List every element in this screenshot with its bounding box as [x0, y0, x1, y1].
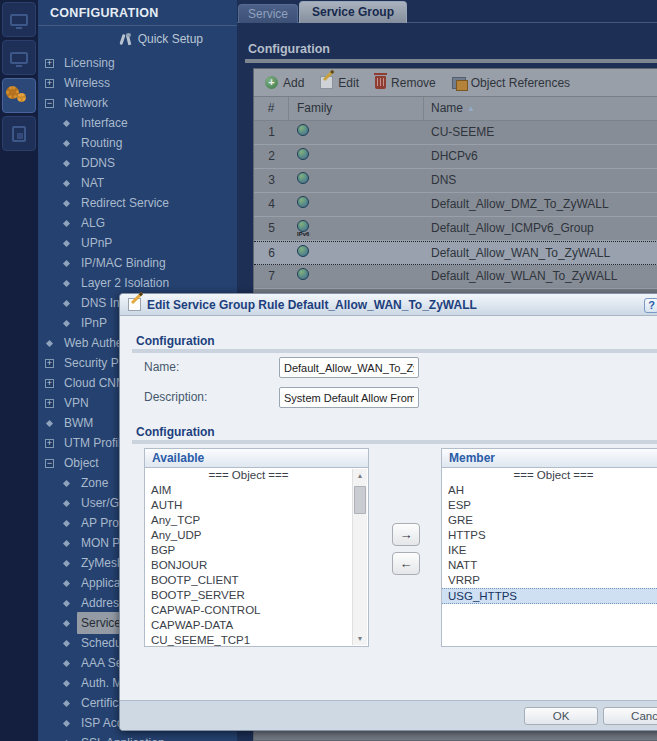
- list-item-aim[interactable]: AIM: [145, 483, 352, 498]
- move-left-button[interactable]: ←: [392, 552, 420, 575]
- list-item-vrrp[interactable]: VRRP: [442, 573, 657, 588]
- list-item-bgp[interactable]: BGP: [145, 543, 352, 558]
- table-row-dns[interactable]: 3 DNS: [254, 169, 657, 193]
- tree-leaf-icon: [63, 619, 70, 626]
- sidebar-item-wireless[interactable]: + Wireless: [38, 73, 237, 93]
- monitor-icon[interactable]: [2, 40, 36, 75]
- list-item-esp[interactable]: ESP: [442, 498, 657, 513]
- list-group-header[interactable]: === Object ===: [145, 468, 352, 483]
- sidebar-item-label: Redirect Service: [77, 192, 173, 214]
- family-globe-icon: [297, 268, 309, 280]
- list-item-https[interactable]: HTTPS: [442, 528, 657, 543]
- list-item-capwap-data[interactable]: CAPWAP-DATA: [145, 618, 352, 633]
- list-item-any-tcp[interactable]: Any_TCP: [145, 513, 352, 528]
- table-row-default-allow-icmpv6-group[interactable]: 5 IPv6 Default_Allow_ICMPv6_Group: [254, 217, 657, 241]
- expand-icon: +: [45, 359, 54, 368]
- list-item-any-udp[interactable]: Any_UDP: [145, 528, 352, 543]
- sidebar-item-layer-2-isolation[interactable]: Layer 2 Isolation: [38, 273, 237, 293]
- object-references-button[interactable]: Object References: [448, 74, 574, 92]
- collapse-icon: −: [45, 99, 54, 108]
- list-group-header[interactable]: === Object ===: [442, 468, 657, 483]
- remove-button[interactable]: Remove: [371, 74, 440, 92]
- list-item-usg-https[interactable]: USG_HTTPS: [442, 588, 657, 604]
- list-item-ike[interactable]: IKE: [442, 543, 657, 558]
- row-name: Default_Allow_WAN_To_ZyWALL: [424, 242, 657, 265]
- name-field[interactable]: [279, 357, 419, 378]
- sidebar-item-ddns[interactable]: DDNS: [38, 153, 237, 173]
- scroll-down-icon[interactable]: ▼: [353, 632, 367, 645]
- column-family[interactable]: Family: [289, 97, 424, 120]
- edit-button[interactable]: Edit: [316, 74, 363, 92]
- add-button[interactable]: + Add: [261, 74, 308, 92]
- tree-leaf-icon: [63, 119, 70, 126]
- quick-setup-button[interactable]: Quick Setup: [38, 26, 237, 52]
- row-number: 1: [254, 121, 289, 144]
- table-row-dhcpv6[interactable]: 2 DHCPv6: [254, 145, 657, 169]
- list-item-bootp-client[interactable]: BOOTP_CLIENT: [145, 573, 352, 588]
- sidebar-item-ssl-application[interactable]: SSL Application: [38, 733, 237, 741]
- list-item-cu-seeme-tcp1[interactable]: CU_SEEME_TCP1: [145, 633, 352, 647]
- tab-service[interactable]: Service: [238, 4, 298, 23]
- sidebar-item-label: Layer 2 Isolation: [77, 272, 173, 294]
- table-row-default-allow-wan-to-zywall[interactable]: 6 Default_Allow_WAN_To_ZyWALL: [254, 241, 657, 265]
- sidebar-item-redirect-service[interactable]: Redirect Service: [38, 193, 237, 213]
- available-list[interactable]: === Object ===AIMAUTHAny_TCPAny_UDPBGPBO…: [144, 468, 369, 647]
- list-item-bootp-server[interactable]: BOOTP_SERVER: [145, 588, 352, 603]
- sidebar-item-nat[interactable]: NAT: [38, 173, 237, 193]
- list-item-natt[interactable]: NATT: [442, 558, 657, 573]
- maintenance-icon[interactable]: [2, 116, 36, 151]
- help-icon[interactable]: ?: [644, 298, 657, 313]
- sidebar-item-routing[interactable]: Routing: [38, 133, 237, 153]
- table-row-default-allow-dmz-to-zywall[interactable]: 4 Default_Allow_DMZ_To_ZyWALL: [254, 193, 657, 217]
- tree-leaf-icon: [63, 319, 70, 326]
- dialog-footer: OK Cancel: [120, 700, 657, 730]
- cancel-button[interactable]: Cancel: [603, 707, 657, 725]
- sidebar-item-label: Object: [60, 452, 103, 474]
- table-row-default-allow-wlan-to-zywall[interactable]: 7 Default_Allow_WLAN_To_ZyWALL: [254, 265, 657, 289]
- expand-icon: +: [45, 379, 54, 388]
- tree-leaf-icon: [63, 499, 70, 506]
- sidebar-item-interface[interactable]: Interface: [38, 113, 237, 133]
- tree-leaf-icon: [63, 179, 70, 186]
- scroll-up-icon[interactable]: ▲: [353, 469, 367, 482]
- tree-leaf-icon: [63, 159, 70, 166]
- add-plus-icon: +: [265, 76, 278, 89]
- sidebar-item-network[interactable]: − Network: [38, 93, 237, 113]
- scrollbar-thumb[interactable]: [354, 486, 366, 514]
- available-scrollbar[interactable]: ▲ ▼: [352, 469, 367, 645]
- member-panel-title: Member: [441, 448, 657, 468]
- column-number[interactable]: #: [254, 97, 289, 120]
- list-item-capwap-control[interactable]: CAPWAP-CONTROL: [145, 603, 352, 618]
- move-right-button[interactable]: →: [392, 523, 420, 546]
- sidebar-item-label: Network: [60, 92, 112, 114]
- list-item-ah[interactable]: AH: [442, 483, 657, 498]
- expand-icon: +: [45, 399, 54, 408]
- list-item-gre[interactable]: GRE: [442, 513, 657, 528]
- tab-service-group[interactable]: Service Group: [299, 1, 407, 23]
- ok-button[interactable]: OK: [524, 707, 598, 725]
- configuration-gears-icon[interactable]: [2, 78, 36, 113]
- list-item-bonjour[interactable]: BONJOUR: [145, 558, 352, 573]
- description-field[interactable]: [279, 387, 419, 408]
- tree-leaf-icon: [63, 679, 70, 686]
- sidebar-item-label: BWM: [60, 412, 97, 434]
- column-name[interactable]: Name ▲: [424, 97, 657, 120]
- document-glyph: [12, 126, 26, 142]
- dashboard-icon[interactable]: [2, 2, 36, 37]
- sidebar-item-alg[interactable]: ALG: [38, 213, 237, 233]
- list-item-auth[interactable]: AUTH: [145, 498, 352, 513]
- expand-icon: +: [45, 79, 54, 88]
- tab-strip: Service Service Group: [237, 0, 657, 23]
- table-row-cu-seeme[interactable]: 1 CU-SEEME: [254, 121, 657, 145]
- configuration-section-title: Configuration: [248, 42, 330, 56]
- monitor-glyph: [10, 52, 28, 64]
- dialog-title: Edit Service Group Rule Default_Allow_WA…: [147, 298, 477, 312]
- sidebar-item-upnp[interactable]: UPnP: [38, 233, 237, 253]
- member-list[interactable]: === Object ===AHESPGREHTTPSIKENATTVRRPUS…: [441, 468, 657, 647]
- sidebar-item-licensing[interactable]: + Licensing: [38, 53, 237, 73]
- sidebar-item-ip-mac-binding[interactable]: IP/MAC Binding: [38, 253, 237, 273]
- sidebar-item-label: VPN: [60, 392, 93, 414]
- sidebar-item-label: Routing: [77, 132, 126, 154]
- tree-leaf-icon: [63, 519, 70, 526]
- row-number: 5: [254, 217, 289, 240]
